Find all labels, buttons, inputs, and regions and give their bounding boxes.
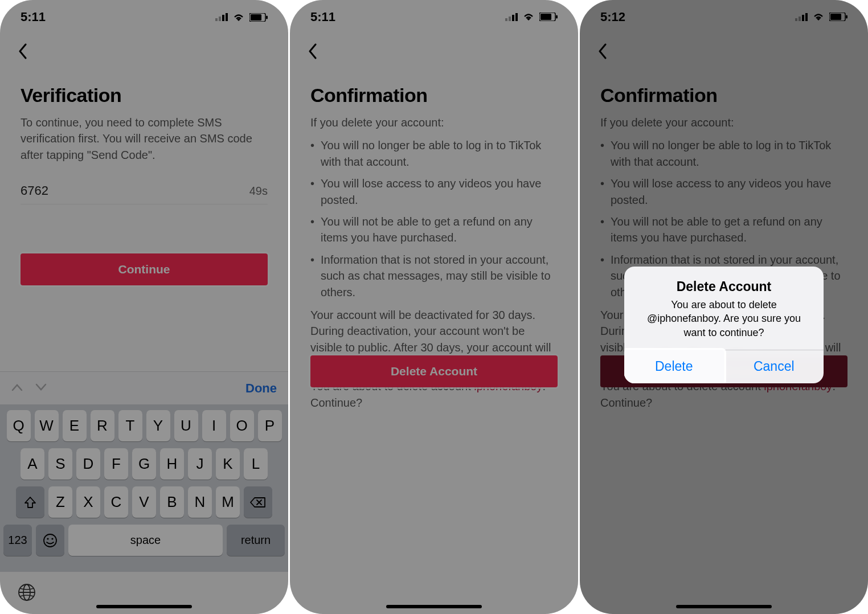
key-q[interactable]: Q (7, 410, 31, 441)
page-title: Verification (21, 84, 268, 107)
page-content: Verification To continue, you need to co… (21, 84, 268, 285)
key-j[interactable]: J (188, 448, 212, 480)
status-bar: 5:11 (290, 0, 578, 34)
key-b[interactable]: B (160, 486, 184, 518)
bullet-item: You will lose access to any videos you h… (600, 175, 847, 208)
key-o[interactable]: O (230, 410, 254, 441)
globe-icon[interactable] (17, 583, 38, 603)
alert-message: You are about to delete @iphonefanboy. A… (636, 298, 812, 339)
bullet-item: You will not be able to get a refund on … (310, 214, 558, 246)
svg-point-7 (44, 534, 56, 547)
svg-rect-16 (515, 13, 518, 21)
key-k[interactable]: K (216, 448, 240, 480)
status-icons (505, 10, 558, 24)
shift-key[interactable] (16, 486, 44, 518)
svg-rect-22 (802, 15, 804, 21)
alert-delete-button[interactable]: Delete (624, 350, 724, 383)
svg-rect-3 (226, 13, 228, 21)
svg-rect-0 (215, 18, 218, 21)
key-f[interactable]: F (104, 448, 128, 480)
svg-rect-2 (222, 15, 224, 21)
resend-timer: 49s (249, 185, 268, 198)
key-x[interactable]: X (76, 486, 100, 518)
status-bar: 5:11 (0, 0, 288, 34)
svg-rect-5 (251, 14, 261, 21)
cellular-icon (795, 10, 808, 24)
key-i[interactable]: I (202, 410, 226, 441)
screen-alert: 5:12 Confirmation If you delete your acc… (580, 0, 868, 614)
key-a[interactable]: A (21, 448, 44, 480)
home-indicator (676, 605, 772, 608)
key-n[interactable]: N (188, 486, 212, 518)
kb-done-button[interactable]: Done (245, 381, 277, 396)
numbers-key[interactable]: 123 (3, 525, 32, 556)
key-t[interactable]: T (118, 410, 142, 441)
svg-rect-14 (509, 17, 511, 21)
alert-cancel-button[interactable]: Cancel (724, 350, 824, 383)
key-y[interactable]: Y (146, 410, 170, 441)
alert-title: Delete Account (636, 279, 812, 294)
svg-rect-21 (799, 17, 801, 21)
cellular-icon (505, 10, 518, 24)
status-time: 5:11 (21, 10, 46, 24)
battery-icon (249, 13, 268, 22)
status-bar: 5:12 (580, 0, 868, 34)
key-v[interactable]: V (132, 486, 156, 518)
svg-rect-23 (805, 13, 808, 21)
key-l[interactable]: L (244, 448, 268, 480)
key-m[interactable]: M (216, 486, 240, 518)
key-g[interactable]: G (132, 448, 156, 480)
key-w[interactable]: W (35, 410, 59, 441)
kb-prev-icon[interactable] (11, 383, 23, 394)
key-r[interactable]: R (91, 410, 114, 441)
screen-confirmation: 5:11 Confirmation If you delete your acc… (290, 0, 578, 614)
intro-text: If you delete your account: (600, 114, 847, 130)
back-button[interactable] (590, 39, 615, 64)
svg-rect-20 (795, 18, 797, 21)
bullet-item: You will no longer be able to log in to … (600, 137, 847, 170)
back-button[interactable] (10, 39, 35, 64)
status-icons (215, 13, 268, 22)
intro-text: If you delete your account: (310, 114, 558, 130)
bullet-item: You will no longer be able to log in to … (310, 137, 558, 170)
keyboard-toolbar: Done (0, 371, 288, 404)
bullet-item: You will not be able to get a refund on … (600, 214, 847, 246)
key-e[interactable]: E (63, 410, 87, 441)
continue-button[interactable]: Continue (21, 253, 268, 285)
home-indicator (386, 605, 482, 608)
svg-rect-19 (556, 15, 558, 19)
key-h[interactable]: H (160, 448, 184, 480)
backspace-key[interactable] (244, 486, 272, 518)
svg-rect-13 (505, 18, 507, 21)
battery-icon (829, 10, 847, 24)
bullet-item: You will lose access to any videos you h… (310, 175, 558, 208)
page-title: Confirmation (600, 84, 847, 107)
key-p[interactable]: P (258, 410, 282, 441)
page-description: To continue, you need to complete SMS ve… (21, 114, 268, 163)
svg-rect-15 (512, 15, 514, 21)
key-u[interactable]: U (174, 410, 198, 441)
status-time: 5:12 (600, 10, 625, 24)
svg-rect-25 (830, 14, 841, 20)
back-button[interactable] (300, 39, 325, 64)
delete-account-button[interactable]: Delete Account (310, 355, 558, 387)
code-row: 6762 49s (21, 183, 268, 204)
code-input[interactable]: 6762 (21, 183, 48, 198)
wifi-icon (232, 13, 245, 22)
svg-rect-26 (846, 15, 847, 19)
svg-point-8 (47, 538, 48, 539)
keyboard: Done QWERTYUIOP ASDFGHJKL ZXCVBNM 123 sp… (0, 371, 288, 614)
wifi-icon (812, 10, 825, 24)
key-z[interactable]: Z (48, 486, 72, 518)
return-key[interactable]: return (227, 525, 285, 556)
svg-rect-1 (219, 17, 221, 21)
kb-next-icon[interactable] (35, 383, 47, 394)
key-c[interactable]: C (104, 486, 128, 518)
space-key[interactable]: space (68, 525, 223, 556)
emoji-key[interactable] (36, 525, 64, 556)
bullet-item: Information that is not stored in your a… (310, 252, 558, 300)
key-s[interactable]: S (48, 448, 72, 480)
key-d[interactable]: D (76, 448, 100, 480)
delete-alert: Delete Account You are about to delete @… (624, 267, 824, 383)
battery-icon (539, 10, 558, 24)
